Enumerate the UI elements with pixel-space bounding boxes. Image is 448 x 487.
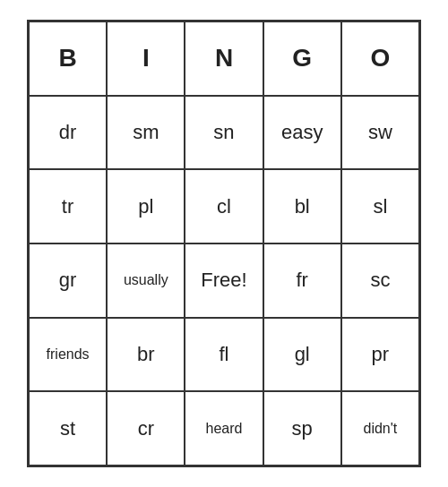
cell-r5c2: cr: [107, 391, 185, 466]
cell-r2c1: tr: [29, 169, 107, 244]
cell-r1c5: sw: [341, 96, 419, 170]
cell-r4c3: fl: [185, 318, 263, 392]
header-b: B: [29, 21, 107, 96]
cell-r5c3: heard: [185, 391, 263, 466]
cell-r3c5: sc: [341, 244, 419, 318]
cell-r3c4: fr: [263, 244, 341, 318]
header-n: N: [185, 21, 263, 96]
cell-r3c2: usually: [107, 244, 185, 318]
cell-r4c1: friends: [29, 318, 107, 392]
cell-r1c2: sm: [107, 96, 185, 170]
cell-r4c2: br: [107, 318, 185, 392]
cell-r1c1: dr: [29, 96, 107, 170]
cell-r2c5: sl: [341, 169, 419, 244]
cell-r4c5: pr: [341, 318, 419, 392]
cell-r5c4: sp: [263, 391, 341, 466]
header-g: G: [263, 21, 341, 96]
cell-r1c3: sn: [185, 96, 263, 170]
cell-r2c2: pl: [107, 169, 185, 244]
cell-r5c1: st: [29, 391, 107, 466]
bingo-card: B I N G O dr sm sn easy sw tr pl cl bl s…: [27, 20, 421, 467]
cell-r4c4: gl: [263, 318, 341, 392]
cell-r3c3-free: Free!: [185, 244, 263, 318]
header-o: O: [341, 21, 419, 96]
cell-r1c4: easy: [263, 96, 341, 170]
cell-r3c1: gr: [29, 244, 107, 318]
cell-r5c5: didn't: [341, 391, 419, 466]
cell-r2c3: cl: [185, 169, 263, 244]
header-i: I: [107, 21, 185, 96]
cell-r2c4: bl: [263, 169, 341, 244]
